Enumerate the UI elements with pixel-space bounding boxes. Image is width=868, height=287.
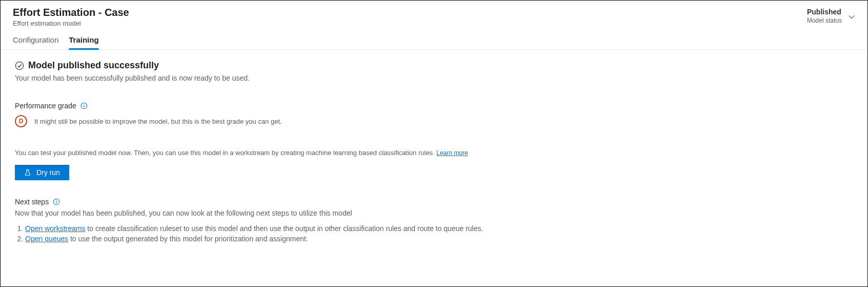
grade-row: D It might still be possible to improve … <box>15 115 853 127</box>
page-header: Effort Estimation - Case Effort estimati… <box>1 1 867 27</box>
success-row: Model published successfully <box>15 60 853 71</box>
list-item: Open workstreams to create classificatio… <box>25 224 853 233</box>
tab-configuration[interactable]: Configuration <box>13 35 58 49</box>
tabs: Configuration Training <box>1 27 867 50</box>
content: Model published successfully Your model … <box>1 50 867 255</box>
next-steps-subtitle: Now that your model has been published, … <box>15 209 853 217</box>
page-title: Effort Estimation - Case <box>13 7 129 18</box>
svg-point-3 <box>84 104 84 105</box>
performance-label: Performance grade <box>15 102 76 110</box>
svg-point-7 <box>56 200 56 201</box>
next-steps-label-row: Next steps <box>15 198 853 206</box>
header-left: Effort Estimation - Case Effort estimati… <box>13 7 129 27</box>
performance-label-row: Performance grade <box>15 102 853 110</box>
flask-icon <box>24 169 31 176</box>
info-icon[interactable] <box>80 102 88 109</box>
open-workstreams-link[interactable]: Open workstreams <box>25 224 85 233</box>
learn-more-link[interactable]: Learn more <box>436 149 468 157</box>
dry-run-button[interactable]: Dry run <box>15 165 69 180</box>
info-icon[interactable] <box>53 198 60 205</box>
success-subtitle: Your model has been successfully publish… <box>15 74 853 82</box>
chevron-down-icon[interactable] <box>848 13 855 21</box>
model-status-block: Published Model status <box>807 8 842 24</box>
grade-text: It might still be possible to improve th… <box>34 118 282 125</box>
model-status-label: Model status <box>807 17 842 24</box>
success-title: Model published successfully <box>28 60 159 71</box>
success-check-icon <box>15 61 24 70</box>
next-steps-label: Next steps <box>15 198 49 206</box>
next-step-1-text: to create classification ruleset to use … <box>85 224 483 233</box>
test-text: You can test your published model now. T… <box>15 149 436 157</box>
header-right: Published Model status <box>807 8 855 24</box>
page-subtitle: Effort estimation model <box>13 20 129 27</box>
open-queues-link[interactable]: Open queues <box>25 235 68 243</box>
tab-training[interactable]: Training <box>69 35 98 49</box>
model-status-value: Published <box>807 8 842 16</box>
svg-point-0 <box>15 62 23 69</box>
test-row: You can test your published model now. T… <box>15 149 853 157</box>
dry-run-label: Dry run <box>36 168 60 177</box>
list-item: Open queues to use the output generated … <box>25 235 853 243</box>
next-step-2-text: to use the output generated by this mode… <box>68 235 308 243</box>
next-steps-list: Open workstreams to create classificatio… <box>15 224 853 243</box>
grade-badge: D <box>15 115 27 127</box>
